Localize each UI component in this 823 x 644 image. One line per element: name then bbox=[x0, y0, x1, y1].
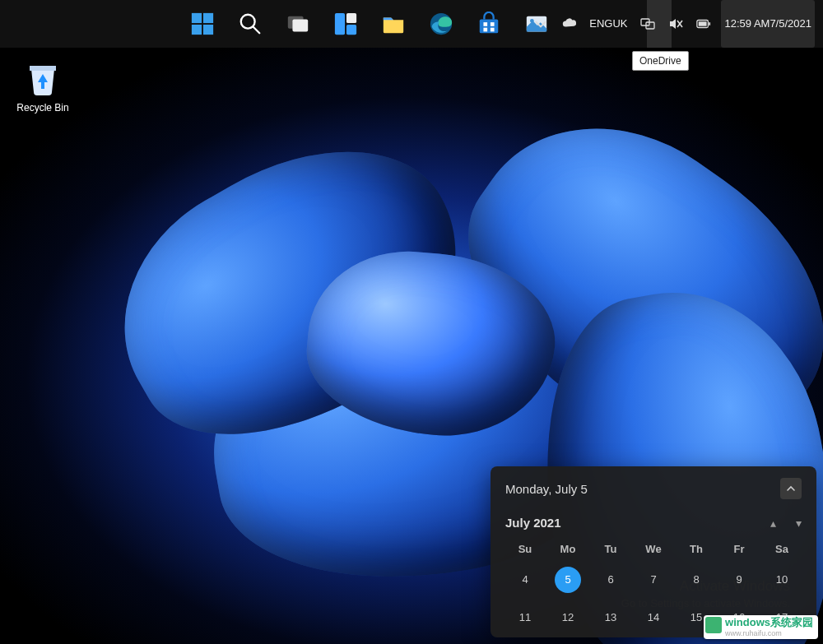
battery-tray-icon[interactable] bbox=[693, 0, 714, 48]
svg-rect-16 bbox=[491, 28, 495, 32]
calendar-day[interactable]: 9 bbox=[719, 567, 759, 593]
svg-rect-24 bbox=[709, 22, 711, 25]
calendar-dow: Mo bbox=[548, 543, 588, 555]
calendar-month-label[interactable]: July 2021 bbox=[505, 516, 561, 530]
chevron-down-icon bbox=[533, 16, 548, 31]
svg-rect-9 bbox=[346, 13, 356, 23]
store-icon bbox=[477, 12, 501, 36]
calendar-dow: Sa bbox=[762, 543, 802, 555]
start-button[interactable] bbox=[186, 7, 219, 40]
calendar-flyout: Monday, July 5 July 2021 ▴ ▾ Su Mo Tu We… bbox=[491, 466, 816, 637]
onedrive-tray-icon[interactable] bbox=[558, 0, 579, 48]
tray-tooltip: OneDrive bbox=[632, 51, 689, 71]
clock-time: 12:59 AM bbox=[724, 17, 770, 30]
calendar-day[interactable]: 12 bbox=[548, 605, 588, 631]
clock-date: 7/5/2021 bbox=[770, 17, 811, 30]
calendar-header-date: Monday, July 5 bbox=[505, 482, 588, 496]
language-line1: ENG bbox=[589, 18, 612, 30]
calendar-day[interactable]: 11 bbox=[505, 605, 545, 631]
svg-rect-8 bbox=[335, 13, 345, 35]
store-button[interactable] bbox=[472, 7, 505, 40]
language-indicator[interactable]: ENG UK bbox=[586, 0, 630, 48]
edge-button[interactable] bbox=[425, 7, 458, 40]
svg-rect-1 bbox=[203, 13, 213, 23]
calendar-day[interactable]: 7 bbox=[634, 567, 673, 593]
desktop-icon-recycle-bin[interactable]: Recycle Bin bbox=[10, 58, 76, 114]
battery-icon bbox=[696, 16, 711, 31]
svg-rect-25 bbox=[699, 21, 707, 25]
network-tray-icon[interactable] bbox=[637, 0, 658, 48]
cloud-icon bbox=[561, 16, 576, 31]
calendar-day-today[interactable]: 5 bbox=[555, 567, 581, 593]
desktop-icon-label: Recycle Bin bbox=[10, 102, 76, 114]
network-icon bbox=[640, 16, 655, 31]
recycle-bin-icon bbox=[23, 58, 63, 97]
source-watermark-badge: windows系统家园 www.ruhaifu.com bbox=[704, 615, 818, 639]
svg-rect-14 bbox=[491, 22, 495, 26]
svg-rect-12 bbox=[480, 19, 499, 33]
calendar-day[interactable]: 8 bbox=[677, 567, 716, 593]
volume-tray-icon[interactable] bbox=[665, 0, 686, 48]
svg-rect-15 bbox=[483, 28, 487, 32]
svg-rect-2 bbox=[192, 25, 202, 35]
chevron-up-icon bbox=[786, 484, 796, 493]
calendar-collapse-button[interactable] bbox=[780, 478, 802, 499]
calendar-dow: Tu bbox=[591, 543, 630, 555]
folder-icon bbox=[381, 12, 406, 36]
svg-rect-7 bbox=[292, 19, 308, 31]
edge-icon bbox=[429, 12, 453, 36]
calendar-next-button[interactable]: ▾ bbox=[796, 517, 802, 530]
svg-rect-0 bbox=[192, 13, 202, 23]
windows-logo-icon bbox=[190, 12, 215, 36]
svg-rect-13 bbox=[483, 22, 487, 26]
search-icon bbox=[238, 12, 263, 36]
calendar-prev-button[interactable]: ▴ bbox=[770, 517, 776, 530]
calendar-dow: Su bbox=[505, 543, 545, 555]
calendar-dow: Fr bbox=[719, 543, 759, 555]
taskbar-pinned-apps bbox=[186, 0, 553, 48]
calendar-day[interactable]: 4 bbox=[505, 567, 545, 593]
badge-logo-icon bbox=[705, 617, 722, 633]
system-tray: ENG UK 12:59 AM 7/5/2021 bbox=[522, 0, 823, 48]
calendar-day[interactable]: 10 bbox=[762, 567, 802, 593]
svg-line-5 bbox=[253, 27, 260, 34]
calendar-day[interactable]: 6 bbox=[591, 567, 630, 593]
svg-rect-10 bbox=[346, 25, 356, 35]
language-line2: UK bbox=[612, 18, 627, 30]
calendar-dow: We bbox=[634, 543, 673, 555]
clock-button[interactable]: 12:59 AM 7/5/2021 bbox=[721, 0, 815, 48]
svg-rect-3 bbox=[203, 25, 213, 35]
search-button[interactable] bbox=[234, 7, 267, 40]
calendar-day[interactable]: 14 bbox=[634, 605, 673, 631]
calendar-day[interactable]: 13 bbox=[591, 605, 630, 631]
file-explorer-button[interactable] bbox=[377, 7, 410, 40]
calendar-dow: Th bbox=[677, 543, 716, 555]
badge-title: windows系统家园 bbox=[725, 617, 813, 629]
widgets-icon bbox=[333, 12, 358, 36]
badge-subtitle: www.ruhaifu.com bbox=[725, 629, 813, 637]
speaker-muted-icon bbox=[668, 16, 683, 31]
widgets-button[interactable] bbox=[329, 7, 362, 40]
task-view-icon bbox=[286, 12, 310, 36]
taskbar: ENG UK 12:59 AM 7/5/2021 bbox=[0, 0, 823, 48]
task-view-button[interactable] bbox=[281, 7, 314, 40]
tray-overflow-button[interactable] bbox=[530, 0, 551, 48]
